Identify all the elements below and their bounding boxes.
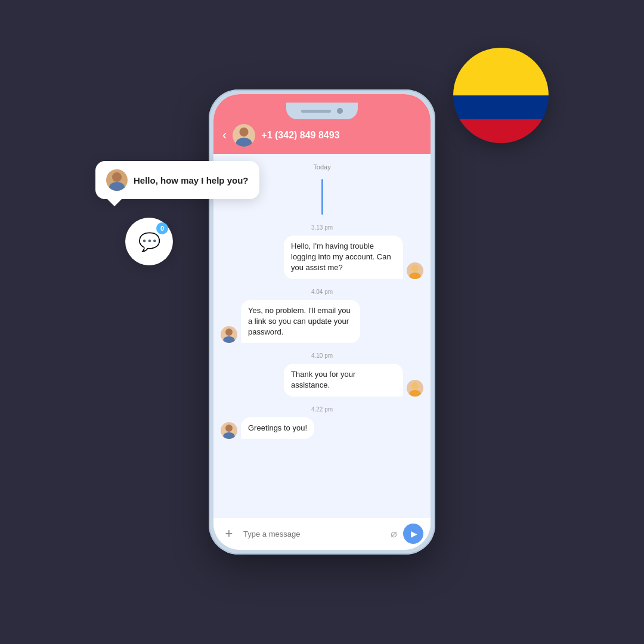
- contact-name: +1 (342) 849 8493: [261, 130, 422, 141]
- svg-point-0: [240, 128, 249, 137]
- input-bar: + ⌀ ▶: [213, 517, 431, 550]
- speech-avatar-icon: [106, 169, 128, 191]
- notification-badge: 0: [156, 222, 168, 234]
- svg-point-6: [411, 382, 419, 389]
- time-label-3: 4.10 pm: [221, 352, 423, 359]
- svg-point-3: [409, 273, 421, 279]
- notification-bubble: 💬 0: [125, 218, 173, 265]
- message-bubble-sent-2: Thank you for your assistance.: [284, 364, 403, 396]
- notch-bar: [301, 110, 331, 113]
- message-row-received-2: Greetings to you!: [221, 417, 423, 439]
- message-input[interactable]: [243, 530, 385, 538]
- attach-button[interactable]: ⌀: [391, 527, 397, 540]
- svg-point-11: [109, 182, 125, 191]
- received-avatar-1: [221, 326, 237, 343]
- message-bubble-received-1: Yes, no problem. I'll email you a link s…: [241, 300, 360, 343]
- time-label-1: 3.13 pm: [221, 224, 423, 231]
- speech-bubble-text: Hello, how may I help you?: [134, 175, 249, 185]
- sent-avatar-icon-2: [407, 380, 423, 397]
- flag-yellow-stripe: [453, 48, 549, 95]
- sent-avatar-2: [407, 380, 423, 397]
- phone-notch: [286, 103, 358, 119]
- scene: ‹ +1 (342) 849 8493 Today 3.13 pm: [0, 0, 644, 644]
- send-button[interactable]: ▶: [403, 524, 423, 544]
- message-row-sent-2: Thank you for your assistance.: [221, 364, 423, 396]
- back-button[interactable]: ‹: [222, 128, 227, 143]
- send-icon: ▶: [411, 529, 417, 538]
- flag-blue-stripe: [453, 95, 549, 119]
- svg-point-9: [223, 432, 235, 439]
- chat-body[interactable]: Today 3.13 pm Hello, I'm having trouble …: [213, 154, 431, 517]
- message-row-received-1: Yes, no problem. I'll email you a link s…: [221, 300, 423, 343]
- flag-red-stripe: [453, 119, 549, 143]
- phone-frame: ‹ +1 (342) 849 8493 Today 3.13 pm: [209, 89, 435, 555]
- add-button[interactable]: +: [221, 525, 237, 542]
- speech-bubble-avatar: [106, 169, 128, 191]
- svg-point-4: [225, 329, 233, 336]
- chat-notification-icon: 💬: [138, 231, 160, 252]
- received-avatar-icon-1: [221, 326, 237, 343]
- message-bubble-sent-1: Hello, I'm having trouble logging into m…: [284, 236, 403, 279]
- sent-avatar-1: [407, 262, 423, 279]
- svg-point-8: [225, 425, 233, 432]
- svg-point-1: [236, 138, 252, 147]
- svg-point-7: [409, 390, 421, 397]
- contact-avatar-icon: [233, 124, 255, 147]
- header-avatar: [233, 124, 255, 147]
- sent-avatar-icon-1: [407, 262, 423, 279]
- blue-line-divider: [321, 179, 323, 215]
- svg-point-10: [112, 172, 122, 182]
- received-avatar-2: [221, 422, 237, 439]
- time-label-4: 4.22 pm: [221, 406, 423, 413]
- time-label-2: 4.04 pm: [221, 289, 423, 295]
- speech-bubble: Hello, how may I help you?: [95, 161, 259, 199]
- svg-point-5: [223, 336, 235, 343]
- message-bubble-received-2: Greetings to you!: [241, 417, 314, 439]
- message-row-sent-1: Hello, I'm having trouble logging into m…: [221, 236, 423, 279]
- colombia-flag: [453, 48, 549, 143]
- received-avatar-icon-2: [221, 422, 237, 439]
- notch-camera: [337, 108, 343, 114]
- svg-point-2: [411, 265, 419, 272]
